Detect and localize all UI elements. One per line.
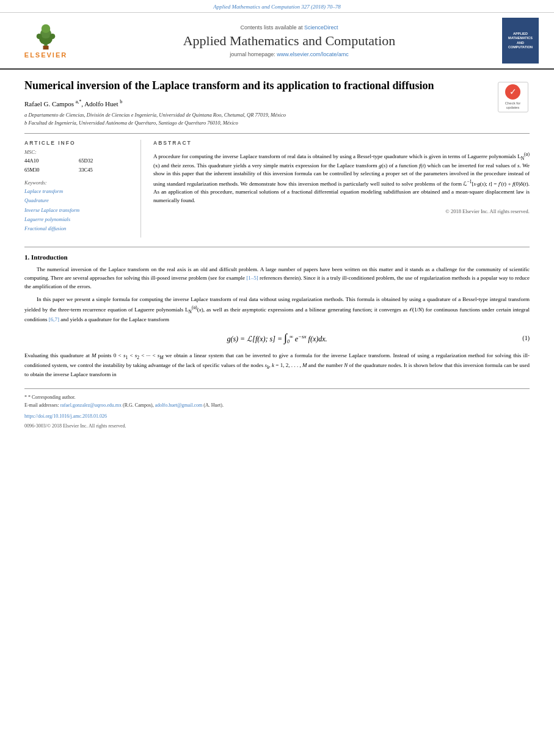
corresponding-author-note: * * Corresponding author.	[24, 394, 530, 402]
msc-value-1: 44A10	[24, 156, 74, 165]
svg-point-4	[37, 34, 42, 39]
keyword-4: Laguerre polynomials	[24, 215, 128, 224]
article-title-text: Numerical inversion of the Laplace trans…	[24, 79, 490, 127]
cover-title-text: APPLIEDMATHEMATICSANDCOMPUTATION	[508, 32, 533, 49]
check-updates-badge: ✓ Check for updates	[496, 79, 530, 127]
check-updates-container: ✓ Check for updates	[498, 82, 528, 112]
journal-citation-bar: Applied Mathematics and Computation 327 …	[0, 0, 554, 13]
equation-1: g(s) = ℒ[f(x); s] = ∫0∞ e−sx f(x)dx.	[227, 332, 327, 344]
authors-text: Rafael G. Campos a,*, Adolfo Huet b	[24, 100, 122, 107]
elsevier-brand-text: ELSEVIER	[24, 51, 67, 59]
check-updates-label: Check for updates	[498, 101, 528, 110]
journal-title: Applied Mathematics and Computation	[183, 33, 396, 49]
elsevier-tree-icon	[27, 23, 64, 50]
abstract-text: A procedure for computing the inverse La…	[153, 151, 530, 205]
footer-divider	[24, 388, 530, 389]
journal-cover-image: APPLIEDMATHEMATICSANDCOMPUTATION	[502, 18, 539, 64]
svg-rect-6	[43, 46, 49, 49]
email-1-link[interactable]: rafael.gonzalez@uqroo.edu.mx	[60, 402, 122, 408]
journal-citation-text: Applied Mathematics and Computation 327 …	[213, 4, 340, 10]
msc-label: MSC:	[24, 149, 128, 155]
journal-homepage-link[interactable]: www.elsevier.com/locate/amc	[277, 51, 349, 57]
journal-header: ELSEVIER Contents lists available at Sci…	[0, 13, 554, 70]
sciencedirect-line: Contents lists available at ScienceDirec…	[240, 24, 338, 31]
abstract-copyright: © 2018 Elsevier Inc. All rights reserved…	[153, 208, 530, 214]
check-icon: ✓	[505, 84, 520, 100]
abstract-title: ABSTRACT	[153, 140, 530, 146]
affiliation-a: a Departamento de Ciencias, División de …	[24, 111, 490, 119]
msc-value-3: 65M30	[24, 165, 74, 175]
footnotes: * * Corresponding author. E-mail address…	[24, 394, 530, 431]
info-abstract-divider	[140, 140, 141, 238]
svg-point-5	[49, 34, 55, 39]
email-2-link[interactable]: adolfo.huet@gmail.com	[155, 402, 203, 408]
affiliation-b: b Facultad de Ingeniería, Universidad Au…	[24, 119, 490, 127]
elsevier-logo: ELSEVIER	[12, 18, 79, 64]
equation-1-number: (1)	[522, 335, 530, 341]
keyword-2: Quadrature	[24, 196, 128, 205]
svg-point-3	[42, 24, 50, 33]
article-info-title: ARTICLE INFO	[24, 140, 128, 146]
journal-homepage-line: journal homepage: www.elsevier.com/locat…	[230, 51, 349, 57]
msc-values: 44A10 65D32 65M30 33C45	[24, 156, 128, 175]
corresponding-author-label: * Corresponding author.	[28, 394, 76, 400]
email-addresses-line: E-mail addresses: rafael.gonzalez@uqroo.…	[24, 402, 530, 410]
section-1-para-1: The numerical inversion of the Laplace t…	[24, 266, 530, 291]
abstract-body-divider	[24, 247, 530, 247]
contents-available-text: Contents lists available at	[240, 24, 302, 31]
keywords-list: Laplace transform Quadrature Inverse Lap…	[24, 187, 128, 233]
keyword-3: Inverse Laplace transform	[24, 206, 128, 215]
email-1-name: (R.G. Campos),	[123, 402, 154, 408]
authors-line: Rafael G. Campos a,*, Adolfo Huet b	[24, 99, 490, 107]
abstract-section: ABSTRACT A procedure for computing the i…	[153, 140, 530, 238]
article-info: ARTICLE INFO MSC: 44A10 65D32 65M30 33C4…	[24, 140, 128, 238]
main-content: Numerical inversion of the Laplace trans…	[0, 70, 554, 443]
journal-cover: APPLIEDMATHEMATICSANDCOMPUTATION	[499, 18, 542, 64]
ref-1-5-link[interactable]: [1–5]	[246, 275, 258, 281]
equation-1-container: g(s) = ℒ[f(x); s] = ∫0∞ e−sx f(x)dx. (1)	[24, 332, 530, 344]
homepage-label: journal homepage:	[230, 51, 275, 57]
article-body: ARTICLE INFO MSC: 44A10 65D32 65M30 33C4…	[24, 140, 530, 238]
section-1-para-2: In this paper we present a simple formul…	[24, 296, 530, 324]
msc-value-4: 33C45	[79, 165, 128, 175]
issn-line: 0096-3003/© 2018 Elsevier Inc. All right…	[24, 423, 530, 431]
article-title: Numerical inversion of the Laplace trans…	[24, 79, 490, 93]
msc-value-2: 65D32	[79, 156, 128, 165]
keywords-label: Keywords:	[24, 180, 128, 186]
keyword-5: Fractional diffusion	[24, 224, 128, 233]
keyword-1: Laplace transform	[24, 187, 128, 196]
section-1-para-3: Evaluating this quadrature at M points 0…	[24, 352, 530, 379]
ref-6-7-link[interactable]: [6,7]	[49, 316, 59, 322]
email-2-name: (A. Huet).	[203, 402, 224, 408]
journal-center: Contents lists available at ScienceDirec…	[86, 18, 493, 64]
article-title-section: Numerical inversion of the Laplace trans…	[24, 79, 530, 127]
sciencedirect-link[interactable]: ScienceDirect	[304, 24, 338, 31]
email-label: E-mail addresses:	[24, 402, 59, 408]
section-introduction: 1. Introduction The numerical inversion …	[24, 253, 530, 379]
title-divider	[24, 133, 530, 134]
affiliations: a Departamento de Ciencias, División de …	[24, 111, 490, 127]
doi-link[interactable]: https://doi.org/10.1016/j.amc.2018.01.02…	[24, 413, 107, 419]
section-1-heading: 1. Introduction	[24, 253, 530, 261]
